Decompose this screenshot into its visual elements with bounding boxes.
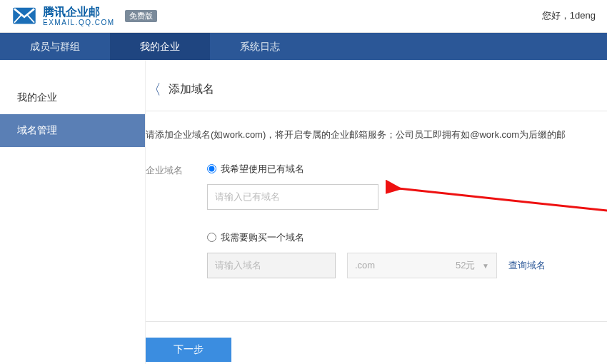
divider (146, 321, 607, 322)
username: 1deng (570, 10, 596, 21)
brand-name-en: EXMAIL.QQ.COM (43, 19, 115, 26)
existing-domain-input[interactable] (207, 184, 378, 210)
field-label-domain: 企业域名 (146, 163, 207, 300)
nav-my-enterprise[interactable]: 我的企业 (110, 33, 210, 60)
radio-existing-label: 我希望使用已有域名 (221, 163, 304, 176)
nav-members[interactable]: 成员与群组 (0, 33, 110, 60)
radio-buy-domain[interactable]: 我需要购买一个域名 (207, 231, 607, 244)
nav-syslog[interactable]: 系统日志 (210, 33, 310, 60)
radio-buy-input[interactable] (207, 233, 216, 242)
top-nav: 成员与群组 我的企业 系统日志 (0, 33, 607, 60)
brand-logo: 腾讯企业邮 EXMAIL.QQ.COM 免费版 (11, 6, 157, 26)
annotation-arrow-icon (386, 180, 607, 223)
tld-select[interactable]: .com 52元 ▼ (347, 253, 497, 278)
intro-text: 请添加企业域名(如work.com)，将开启专属的企业邮箱服务；公司员工即拥有如… (146, 128, 607, 141)
sidebar-item-domain-mgmt[interactable]: 域名管理 (0, 114, 145, 147)
free-badge: 免费版 (125, 10, 157, 22)
tld-value: .com (355, 260, 375, 271)
sidebar: 我的企业 域名管理 (0, 60, 146, 364)
radio-buy-label: 我需要购买一个域名 (221, 231, 304, 244)
radio-existing-input[interactable] (207, 164, 216, 173)
svg-line-1 (398, 188, 607, 216)
query-domain-link[interactable]: 查询域名 (508, 259, 546, 272)
greeting: 您好，1deng (542, 9, 596, 22)
sidebar-item-my-enterprise[interactable]: 我的企业 (0, 81, 145, 114)
mail-logo-icon (11, 6, 37, 26)
brand-name-cn: 腾讯企业邮 (43, 6, 115, 19)
next-button[interactable]: 下一步 (146, 338, 231, 362)
back-chevron-icon[interactable]: 〈 (147, 80, 161, 99)
buy-domain-input[interactable] (207, 253, 336, 278)
tld-price: 52元 (456, 260, 475, 271)
page-title: 添加域名 (169, 82, 214, 97)
radio-existing-domain[interactable]: 我希望使用已有域名 (207, 163, 607, 176)
chevron-down-icon: ▼ (482, 262, 489, 270)
